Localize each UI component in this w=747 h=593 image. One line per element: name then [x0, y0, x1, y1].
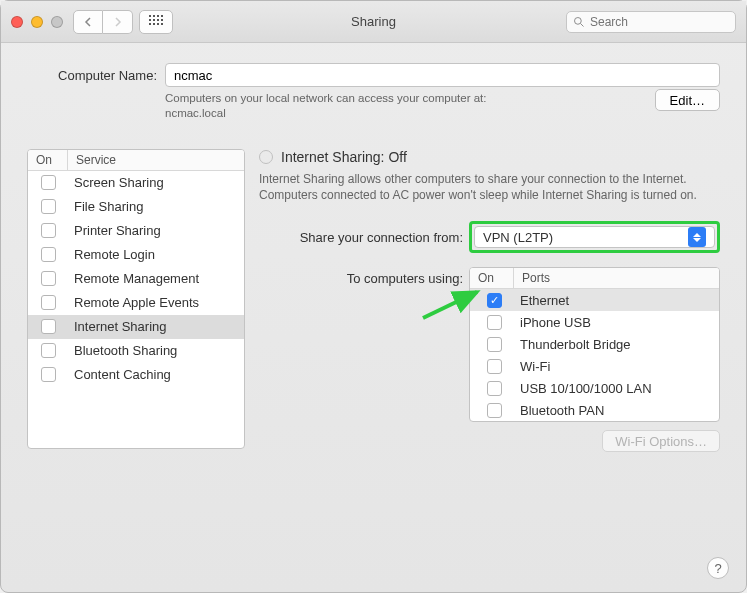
nav-buttons: [73, 10, 133, 34]
show-all-prefs-button[interactable]: [139, 10, 173, 34]
service-label: Bluetooth Sharing: [68, 343, 244, 358]
port-checkbox[interactable]: [487, 359, 502, 374]
service-row[interactable]: Remote Management: [28, 267, 244, 291]
help-button[interactable]: ?: [707, 557, 729, 579]
forward-button[interactable]: [103, 10, 133, 34]
port-label: Bluetooth PAN: [514, 403, 715, 418]
popup-stepper-icon: [688, 227, 706, 247]
service-row[interactable]: Remote Apple Events: [28, 291, 244, 315]
port-label: Ethernet: [514, 293, 715, 308]
port-label: Wi-Fi: [514, 359, 715, 374]
service-checkbox[interactable]: [41, 271, 56, 286]
svg-point-0: [575, 17, 582, 24]
back-button[interactable]: [73, 10, 103, 34]
share-from-label: Share your connection from:: [259, 230, 469, 245]
services-list: On Service Screen SharingFile SharingPri…: [27, 149, 245, 449]
port-checkbox[interactable]: [487, 315, 502, 330]
service-label: Remote Apple Events: [68, 295, 244, 310]
service-checkbox[interactable]: [41, 199, 56, 214]
service-checkbox[interactable]: [41, 343, 56, 358]
search-icon: [573, 16, 585, 28]
service-label: Internet Sharing: [68, 319, 244, 334]
service-checkbox[interactable]: [41, 319, 56, 334]
minimize-window-button[interactable]: [31, 16, 43, 28]
share-from-value: VPN (L2TP): [483, 230, 553, 245]
internet-sharing-description: Internet Sharing allows other computers …: [259, 171, 720, 203]
services-col-on: On: [28, 150, 68, 170]
service-row[interactable]: Bluetooth Sharing: [28, 339, 244, 363]
port-row[interactable]: Bluetooth PAN: [470, 399, 719, 421]
svg-line-1: [581, 23, 584, 26]
computer-name-field[interactable]: [165, 63, 720, 87]
service-label: File Sharing: [68, 199, 244, 214]
internet-sharing-title: Internet Sharing: Off: [281, 149, 407, 165]
port-row[interactable]: Ethernet: [470, 289, 719, 311]
traffic-lights: [11, 16, 63, 28]
services-col-service: Service: [68, 150, 244, 170]
port-label: iPhone USB: [514, 315, 715, 330]
port-label: USB 10/100/1000 LAN: [514, 381, 715, 396]
highlight-box-annotation: VPN (L2TP): [469, 221, 720, 253]
service-row[interactable]: File Sharing: [28, 195, 244, 219]
computer-name-label: Computer Name:: [27, 68, 157, 83]
port-row[interactable]: Thunderbolt Bridge: [470, 333, 719, 355]
service-label: Screen Sharing: [68, 175, 244, 190]
ports-col-name: Ports: [514, 268, 719, 288]
port-checkbox[interactable]: [487, 403, 502, 418]
service-detail: Internet Sharing: Off Internet Sharing a…: [259, 149, 720, 582]
service-row[interactable]: Printer Sharing: [28, 219, 244, 243]
port-checkbox[interactable]: [487, 337, 502, 352]
service-row[interactable]: Remote Login: [28, 243, 244, 267]
service-label: Printer Sharing: [68, 223, 244, 238]
close-window-button[interactable]: [11, 16, 23, 28]
service-row[interactable]: Screen Sharing: [28, 171, 244, 195]
computer-name-help: Computers on your local network can acce…: [165, 91, 720, 121]
service-checkbox[interactable]: [41, 367, 56, 382]
share-from-popup[interactable]: VPN (L2TP): [474, 226, 715, 248]
port-row[interactable]: USB 10/100/1000 LAN: [470, 377, 719, 399]
service-checkbox[interactable]: [41, 247, 56, 262]
internet-sharing-indicator-icon: [259, 150, 273, 164]
ports-list: On Ports EthernetiPhone USBThunderbolt B…: [469, 267, 720, 422]
service-label: Content Caching: [68, 367, 244, 382]
ports-header: On Ports: [470, 268, 719, 289]
service-checkbox[interactable]: [41, 175, 56, 190]
wifi-options-button: Wi-Fi Options…: [602, 430, 720, 452]
ports-col-on: On: [470, 268, 514, 288]
port-checkbox[interactable]: [487, 381, 502, 396]
zoom-window-button[interactable]: [51, 16, 63, 28]
sharing-prefpane-window: Sharing Computer Name: Computers on your…: [0, 0, 747, 593]
edit-hostname-button[interactable]: Edit…: [655, 89, 720, 111]
service-row[interactable]: Internet Sharing: [28, 315, 244, 339]
port-row[interactable]: iPhone USB: [470, 311, 719, 333]
service-label: Remote Login: [68, 247, 244, 262]
search-field[interactable]: [566, 11, 736, 33]
port-label: Thunderbolt Bridge: [514, 337, 715, 352]
service-checkbox[interactable]: [41, 223, 56, 238]
service-label: Remote Management: [68, 271, 244, 286]
grid-icon: [149, 15, 163, 29]
port-checkbox[interactable]: [487, 293, 502, 308]
service-row[interactable]: Content Caching: [28, 363, 244, 387]
content-area: Computer Name: Computers on your local n…: [1, 43, 746, 592]
services-header: On Service: [28, 150, 244, 171]
port-row[interactable]: Wi-Fi: [470, 355, 719, 377]
titlebar: Sharing: [1, 1, 746, 43]
search-input[interactable]: [590, 15, 729, 29]
service-checkbox[interactable]: [41, 295, 56, 310]
to-computers-label: To computers using:: [259, 267, 469, 452]
chevron-right-icon: [114, 17, 122, 27]
chevron-left-icon: [84, 17, 92, 27]
